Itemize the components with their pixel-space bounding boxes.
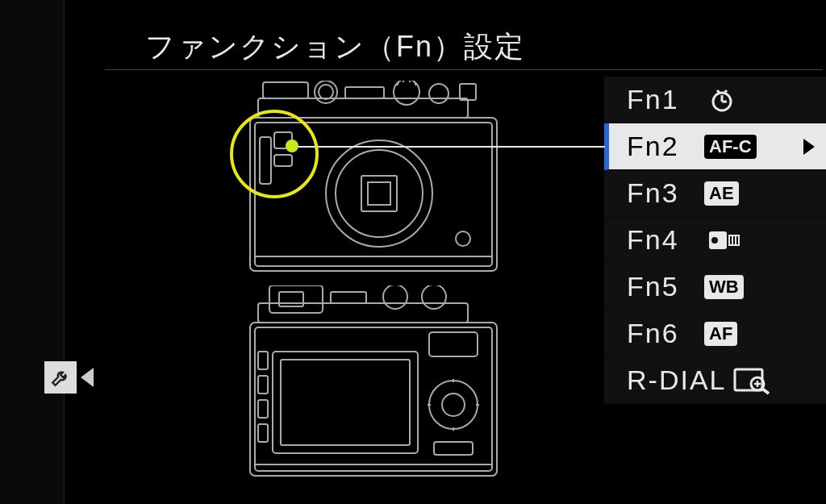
svg-rect-15: [361, 176, 397, 211]
svg-rect-44: [736, 236, 738, 244]
fn-label: Fn5: [627, 271, 704, 302]
svg-rect-28: [281, 360, 410, 445]
svg-rect-27: [273, 352, 418, 453]
focus-zoom-icon: [733, 366, 772, 395]
fn-label: Fn1: [627, 84, 704, 115]
svg-rect-36: [434, 442, 473, 455]
svg-rect-1: [263, 82, 308, 98]
indicator-dot: [286, 140, 298, 152]
svg-rect-21: [279, 292, 303, 306]
film-simulation-icon: [707, 228, 743, 252]
svg-rect-31: [258, 400, 268, 418]
svg-point-24: [422, 285, 446, 309]
chevron-right-icon: [803, 139, 815, 155]
indicator-circle: [230, 110, 319, 198]
svg-rect-30: [258, 376, 268, 394]
svg-point-40: [711, 237, 718, 244]
title-divider: [105, 69, 823, 70]
svg-rect-16: [368, 182, 390, 205]
svg-rect-20: [269, 285, 323, 313]
svg-point-13: [326, 140, 432, 247]
fn-badge: AF-C: [704, 135, 757, 159]
fn-label: Fn3: [627, 177, 704, 209]
self-timer-icon: [707, 85, 736, 115]
indicator-line: [292, 146, 605, 148]
fn-label: Fn4: [627, 224, 704, 256]
setup-wrench-icon[interactable]: [44, 361, 77, 394]
fn-list: Fn1Fn2AF-CFn3AEFn4Fn5WBFn6AFR-DIAL: [604, 77, 826, 404]
svg-point-35: [442, 394, 465, 416]
fn-item-fn1[interactable]: Fn1: [604, 77, 826, 123]
fn-label: R-DIAL: [627, 364, 730, 396]
svg-rect-29: [258, 352, 268, 369]
fn-item-fn3[interactable]: Fn3AE: [604, 170, 826, 217]
fn-label: Fn2: [627, 131, 704, 162]
fn-item-fn5[interactable]: Fn5WB: [604, 264, 826, 310]
svg-rect-42: [730, 236, 732, 244]
svg-rect-45: [735, 369, 762, 390]
svg-point-23: [383, 285, 407, 309]
fn-badge: AF: [704, 322, 737, 346]
svg-point-17: [456, 231, 470, 246]
svg-point-14: [336, 150, 423, 237]
svg-rect-22: [331, 292, 366, 303]
back-arrow-icon[interactable]: [81, 368, 94, 387]
fn-item-fn6[interactable]: Fn6AF: [604, 310, 826, 357]
fn-item-fn4[interactable]: Fn4: [604, 217, 826, 264]
fn-item-fn2[interactable]: Fn2AF-C: [604, 123, 826, 170]
content-area: ファンクション（Fn）設定: [105, 0, 826, 504]
sidebar: [0, 0, 65, 504]
svg-point-34: [429, 381, 478, 429]
fn-item-r-dial[interactable]: R-DIAL: [604, 357, 826, 404]
svg-rect-26: [255, 327, 492, 471]
svg-point-6: [429, 84, 448, 103]
fn-badge: WB: [704, 275, 744, 299]
svg-rect-33: [429, 332, 478, 356]
svg-rect-32: [258, 424, 268, 442]
svg-rect-4: [345, 87, 384, 98]
fn-badge: AE: [704, 181, 739, 206]
fn-label: Fn6: [627, 318, 704, 349]
svg-point-3: [319, 85, 333, 99]
page-title: ファンクション（Fn）設定: [145, 27, 525, 67]
svg-rect-43: [733, 236, 735, 244]
